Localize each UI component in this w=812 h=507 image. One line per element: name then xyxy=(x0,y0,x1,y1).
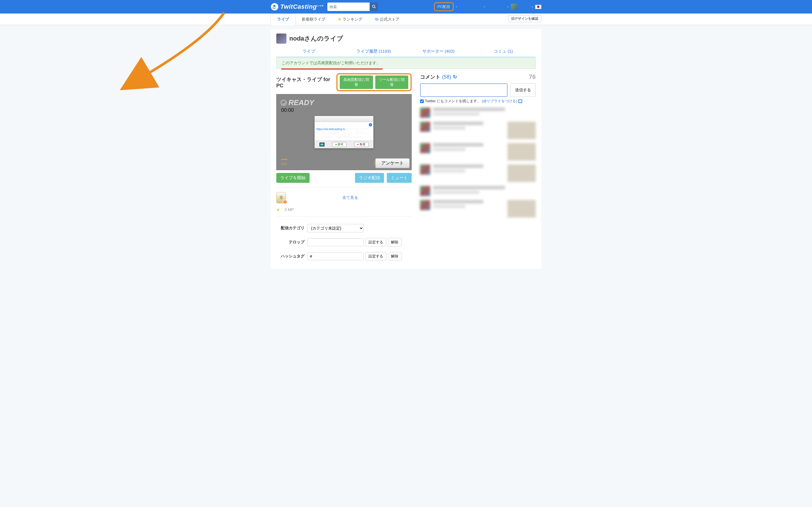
broadcast-panel: ツイキャス・ライブ for PC 高画質配信に切替 ツール配信に切替 READY… xyxy=(276,73,412,263)
telop-input[interactable] xyxy=(307,238,364,246)
viewer-count: 76 xyxy=(529,73,536,80)
comment-title: コメント xyxy=(420,73,441,80)
mic-indicator: mic xyxy=(281,157,287,166)
twitter-note: Twitter にもコメントを残します。 xyxy=(425,99,481,104)
comment-send-button[interactable]: 送信する xyxy=(510,83,536,97)
check-icon xyxy=(281,100,287,106)
thumbnail xyxy=(507,165,536,182)
avatar xyxy=(420,122,430,132)
comment-input[interactable] xyxy=(420,83,507,97)
list-item xyxy=(420,108,536,118)
flash-permission-dialog: Adobe Flash Player 設定 ? カメラとマイクへのアクセス ht… xyxy=(314,116,373,149)
hashtag-input[interactable] xyxy=(307,252,364,260)
avatar xyxy=(511,4,517,10)
nav-pc-stream[interactable]: PC配信 xyxy=(434,2,454,11)
flag-jp-icon[interactable] xyxy=(535,5,541,9)
thumbnail xyxy=(507,200,536,217)
comment-count: (58) xyxy=(442,74,451,80)
list-item xyxy=(420,186,536,196)
broadcast-title: ツイキャス・ライブ for PC xyxy=(276,76,334,89)
flash-allow-button[interactable]: 許可 xyxy=(332,142,347,147)
star-icon: ★ xyxy=(276,207,280,212)
telop-set-button[interactable]: 設定する xyxy=(365,238,386,246)
flash-dialog-title: Adobe Flash Player 設定 xyxy=(315,116,373,122)
timer: 00:00 xyxy=(281,107,294,113)
avatar xyxy=(420,143,430,153)
hq-notice: このアカウントでは高画質配信がご利用いただけます。 xyxy=(276,57,536,69)
monitor-icon xyxy=(319,143,324,147)
tab-ranking[interactable]: ♛ ランキング xyxy=(332,14,368,25)
tool-switch-button[interactable]: ツール配信に切替 xyxy=(375,75,408,89)
hashtag-clear-button[interactable]: 解除 xyxy=(388,252,402,261)
telop-label: テロップ xyxy=(276,240,307,245)
subtab-community[interactable]: コミュ (1) xyxy=(471,47,536,56)
help-icon[interactable]: ? xyxy=(369,123,372,126)
subtab-supporter[interactable]: サポーター (402) xyxy=(406,47,471,56)
svg-point-1 xyxy=(372,5,375,7)
ready-indicator: READY xyxy=(281,98,314,107)
mute-button[interactable]: ミュート xyxy=(387,173,412,183)
tea-item-icon[interactable]: 1 xyxy=(276,192,286,203)
tab-store[interactable]: 🛍 公式ストア xyxy=(368,14,406,25)
page-title: nodaさんのライブ xyxy=(289,34,343,43)
radio-stream-button[interactable]: ラジオ配信 xyxy=(355,173,384,183)
avatar[interactable] xyxy=(276,34,287,44)
hashtag-label: ハッシュタグ xyxy=(276,254,307,259)
profile-header: nodaさんのライブ xyxy=(276,29,536,47)
cart-icon: 🛍 xyxy=(375,17,378,21)
tab-newest[interactable]: 新着順ライブ xyxy=(296,14,332,25)
comment-list xyxy=(420,108,536,217)
category-select[interactable]: (カテゴリ未設定) xyxy=(307,224,364,232)
search-box xyxy=(327,3,378,11)
chevron-down-icon: ⌄ xyxy=(526,5,529,9)
search-icon xyxy=(372,4,376,8)
avatar xyxy=(420,108,430,118)
list-item xyxy=(420,143,536,161)
annotation-switch-box: 高画質配信に切替 ツール配信に切替 xyxy=(336,73,412,91)
thumbnail xyxy=(507,122,536,139)
profile-subtabs: ライブ ライブ履歴 (1193) サポーター (402) コミュ (1) xyxy=(276,47,536,57)
page-content: nodaさんのライブ ライブ ライブ履歴 (1193) サポーター (402) … xyxy=(271,29,541,269)
annotation-underline xyxy=(281,68,383,69)
chevron-down-icon: ⌄ xyxy=(502,5,505,9)
old-design-button[interactable]: 旧デザインを確認 xyxy=(508,15,541,22)
category-label: 配信カテゴリ xyxy=(276,226,307,231)
list-item xyxy=(420,165,536,182)
reload-icon[interactable]: ↻ xyxy=(453,74,457,80)
video-preview: READY 00:00 mic 1.0x アンケート Adobe Flash P… xyxy=(276,94,412,170)
crown-icon: ♛ xyxy=(338,17,342,21)
survey-button[interactable]: アンケート xyxy=(375,158,410,168)
nav-user-menu[interactable]: noda ⌄ xyxy=(511,4,529,10)
nav-support-list[interactable]: ポートリスト xyxy=(459,4,481,9)
list-item xyxy=(420,122,536,139)
start-live-button[interactable]: ライブを開始 xyxy=(276,173,310,183)
hq-switch-button[interactable]: 高画質配信に切替 xyxy=(340,75,373,89)
avatar xyxy=(420,165,430,175)
mp-value: 3 MP xyxy=(285,207,294,212)
search-input[interactable] xyxy=(327,3,370,11)
subtab-history[interactable]: ライブ履歴 (1193) xyxy=(341,47,406,56)
thumbnail xyxy=(507,143,536,161)
popout-icon[interactable] xyxy=(518,100,522,103)
tab-live[interactable]: ライブ xyxy=(271,14,296,25)
search-button[interactable] xyxy=(370,3,378,11)
nav-notice[interactable]: おしらせ ⌄ xyxy=(487,4,505,9)
avatar xyxy=(420,200,430,210)
hashtag-set-button[interactable]: 設定する xyxy=(365,252,386,261)
flash-origin-link[interactable]: https://ssl.twitcasting.tv xyxy=(316,128,345,131)
comment-panel: コメント (58) ↻ 76 送信する Twitter にもコメントを残します。… xyxy=(420,73,536,263)
global-header: TwitCastingLIVE PC配信 • ポートリスト • おしらせ ⌄ •… xyxy=(0,0,812,13)
see-all-link[interactable]: 全て見る xyxy=(289,195,412,200)
bird-icon xyxy=(271,3,278,11)
svg-line-2 xyxy=(375,7,376,8)
reply-link[interactable]: (@リプライをつける) xyxy=(482,99,517,104)
main-tabbar: ライブ 新着順ライブ ♛ ランキング 🛍 公式ストア 旧デザインを確認 xyxy=(0,13,812,25)
avatar xyxy=(420,186,430,196)
subtab-live[interactable]: ライブ xyxy=(276,47,341,56)
list-item xyxy=(420,200,536,217)
flash-deny-button[interactable]: 拒否 xyxy=(354,142,368,147)
telop-clear-button[interactable]: 解除 xyxy=(388,238,402,246)
twitter-checkbox[interactable] xyxy=(420,100,424,103)
brand-logo[interactable]: TwitCastingLIVE xyxy=(271,3,324,11)
